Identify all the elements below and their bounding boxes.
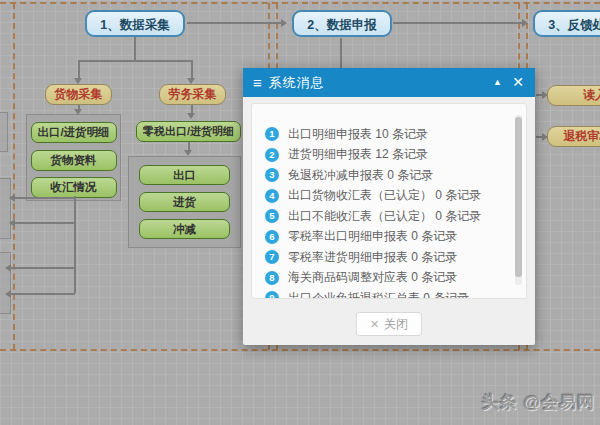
message-item: 4 出口货物收汇表（已认定） 0 条记录 (265, 186, 526, 207)
flow-node[interactable]: 收汇情况 (31, 177, 117, 198)
label-tax-review[interactable]: 退税审核反馈 (547, 126, 600, 147)
arrowhead (184, 150, 192, 156)
connector (74, 196, 76, 293)
message-text: 出口不能收汇表（已认定） 0 条记录 (288, 208, 481, 225)
arrowhead (74, 109, 82, 115)
collapse-icon[interactable]: ▲ (493, 77, 502, 87)
message-text: 海关商品码调整对应表 0 条记录 (288, 269, 457, 286)
message-item: 1 出口明细申报表 10 条记录 (265, 124, 526, 145)
stage-node-data-declaration[interactable]: 2、数据申报 (292, 10, 392, 37)
flow-node[interactable]: 货物资料 (31, 150, 117, 171)
page-boundary-dash (13, 3, 15, 350)
item-number-badge: 9 (265, 291, 279, 299)
system-message-dialog: ≡ 系统消息 ▲ ✕ 1 出口明细申报表 10 条记录 2 进货明细申报表 12… (243, 68, 535, 345)
item-number-badge: 2 (265, 148, 279, 162)
arrowhead (9, 219, 15, 227)
dialog-footer: ✕ 关闭 (243, 299, 535, 345)
scrollbar-track[interactable] (515, 115, 522, 285)
close-button-icon: ✕ (370, 318, 379, 331)
message-text: 免退税冲减申报表 0 条记录 (288, 167, 433, 184)
message-item: 7 零税率进货明细申报表 0 条记录 (265, 247, 526, 268)
item-number-badge: 8 (265, 271, 279, 285)
flowchart-canvas: 1、数据采集 2、数据申报 3、反馈处理 货物采集 劳务采集 读入反馈 退税审核… (0, 0, 600, 425)
connector (393, 22, 522, 24)
clipped-node[interactable] (0, 112, 8, 152)
dialog-header[interactable]: ≡ 系统消息 ▲ ✕ (243, 68, 535, 97)
page-boundary-dash (0, 2, 600, 4)
stage-node-feedback-processing[interactable]: 3、反馈处理 (533, 10, 600, 37)
arrowhead (187, 113, 195, 119)
arrowhead (281, 19, 287, 27)
flow-node[interactable]: 冲减 (139, 219, 230, 239)
label-labor-collection[interactable]: 劳务采集 (159, 84, 226, 105)
page-boundary-dash (0, 349, 600, 351)
connector (340, 38, 342, 69)
message-item: 5 出口不能收汇表（已认定） 0 条记录 (265, 206, 526, 227)
message-item: 3 免退税冲减申报表 0 条记录 (265, 165, 526, 186)
message-text: 进货明细申报表 12 条记录 (288, 146, 428, 163)
item-number-badge: 6 (265, 230, 279, 244)
item-number-badge: 1 (265, 127, 279, 141)
scrollbar-thumb[interactable] (515, 117, 522, 277)
message-text: 出口企业免抵退税汇总表 0 条记录 (288, 290, 469, 299)
dialog-title: 系统消息 (269, 74, 325, 92)
clipped-node[interactable] (0, 178, 11, 239)
connector (11, 293, 75, 295)
arrowhead (5, 264, 11, 272)
connector (15, 222, 75, 224)
flow-node[interactable]: 出口 (139, 165, 230, 185)
connector (78, 60, 192, 62)
connector (11, 267, 75, 269)
item-number-badge: 3 (265, 168, 279, 182)
connector (15, 197, 75, 199)
arrowhead (522, 19, 528, 27)
message-text: 零税率出口明细申报表 0 条记录 (288, 228, 457, 245)
connector (134, 37, 136, 60)
message-text: 出口明细申报表 10 条记录 (288, 126, 428, 143)
connector (191, 105, 193, 113)
arrowhead (9, 194, 15, 202)
message-item: 6 零税率出口明细申报表 0 条记录 (265, 227, 526, 248)
connector (78, 60, 80, 78)
close-icon[interactable]: ✕ (512, 74, 524, 90)
close-button[interactable]: ✕ 关闭 (356, 312, 422, 336)
label-read-feedback[interactable]: 读入反馈 (547, 85, 600, 106)
menu-icon: ≡ (253, 74, 262, 91)
message-list: 1 出口明细申报表 10 条记录 2 进货明细申报表 12 条记录 3 免退税冲… (251, 103, 527, 299)
flow-node[interactable]: 进货 (139, 192, 230, 212)
clipped-node[interactable] (0, 252, 11, 314)
flow-node-zero-tax-detail[interactable]: 零税出口/进货明细 (136, 121, 241, 142)
label-goods-collection[interactable]: 货物采集 (45, 84, 112, 105)
message-text: 出口货物收汇表（已认定） 0 条记录 (288, 187, 481, 204)
connector (191, 60, 193, 78)
message-item: 8 海关商品码调整对应表 0 条记录 (265, 268, 526, 289)
item-number-badge: 4 (265, 189, 279, 203)
labor-collection-group: 出口进货冲减 (128, 156, 241, 248)
message-item: 9 出口企业免抵退税汇总表 0 条记录 (265, 288, 526, 299)
flow-node[interactable]: 出口/进货明细 (31, 122, 117, 143)
stage-node-data-collection[interactable]: 1、数据采集 (85, 10, 185, 37)
arrowhead (5, 290, 11, 298)
item-number-badge: 5 (265, 209, 279, 223)
item-number-badge: 7 (265, 250, 279, 264)
connector (187, 22, 281, 24)
goods-collection-group: 出口/进货明细货物资料收汇情况 (26, 114, 121, 201)
message-item: 2 进货明细申报表 12 条记录 (265, 145, 526, 166)
close-button-label: 关闭 (384, 316, 408, 333)
message-text: 零税率进货明细申报表 0 条记录 (288, 249, 457, 266)
watermark: 头条 @会易网 (482, 391, 595, 414)
